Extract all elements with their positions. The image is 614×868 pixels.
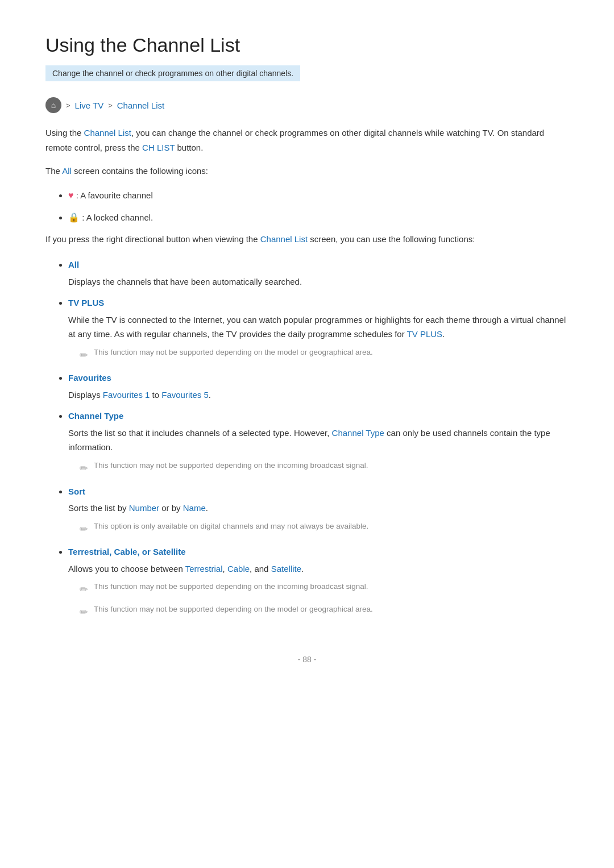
- page-title: Using the Channel List: [45, 34, 569, 56]
- satellite-title-link[interactable]: Satellite: [153, 547, 186, 556]
- cable-link[interactable]: Cable: [227, 564, 250, 574]
- terrestrial-note-text-1: This function may not be supported depen…: [94, 580, 368, 593]
- ch-list-link[interactable]: CH LIST: [142, 143, 175, 152]
- function-tv-plus-desc: While the TV is connected to the Interne…: [68, 313, 569, 342]
- function-channel-type-desc: Sorts the list so that it includes chann…: [68, 426, 569, 455]
- function-tv-plus-title: TV PLUS: [68, 298, 104, 308]
- terrestrial-note-2: ✏ This function may not be supported dep…: [80, 603, 569, 621]
- tv-plus-note-text-1: This function may not be supported depen…: [94, 346, 373, 359]
- function-channel-type-title: Channel Type: [68, 411, 123, 421]
- note-pencil-icon-4: ✏: [80, 581, 88, 599]
- chevron-icon-1: >: [66, 101, 70, 110]
- page-footer: - 88 -: [45, 655, 569, 681]
- terrestrial-note-1: ✏ This function may not be supported dep…: [80, 580, 569, 599]
- function-favourites: Favourites Displays Favourites 1 to Favo…: [68, 371, 569, 402]
- icons-list: ♥ : A favourite channel 🔒 : A locked cha…: [45, 188, 569, 225]
- number-link[interactable]: Number: [129, 503, 159, 513]
- function-all-title: All: [68, 260, 79, 269]
- function-terrestrial: Terrestrial, Cable, or Satellite Allows …: [68, 545, 569, 621]
- note-pencil-icon: ✏: [80, 347, 88, 364]
- note-pencil-icon-5: ✏: [80, 604, 88, 621]
- directional-intro: If you press the right directional butto…: [45, 232, 569, 247]
- breadcrumb: ⌂ > Live TV > Channel List: [45, 97, 569, 113]
- function-favourites-title: Favourites: [68, 373, 111, 383]
- terrestrial-link[interactable]: Terrestrial: [185, 564, 223, 574]
- favourite-channel-text: : A favourite channel: [76, 190, 153, 200]
- channel-type-note-1: ✏ This function may not be supported dep…: [80, 459, 569, 477]
- cable-title-link[interactable]: Cable: [114, 547, 138, 556]
- terrestrial-note-text-2: This function may not be supported depen…: [94, 603, 373, 616]
- page-container: Using the Channel List Change the channe…: [0, 0, 614, 868]
- channel-type-link[interactable]: Channel Type: [332, 428, 384, 438]
- home-icon[interactable]: ⌂: [45, 97, 61, 113]
- note-pencil-icon-2: ✏: [80, 460, 88, 477]
- intro-paragraph-2: The All screen contains the following ic…: [45, 164, 569, 178]
- favourites-5-link[interactable]: Favourites 5: [161, 390, 209, 400]
- intro-paragraph-1: Using the Channel List, you can change t…: [45, 126, 569, 155]
- favourites-1-link[interactable]: Favourites 1: [103, 390, 150, 400]
- all-link-intro[interactable]: All: [62, 166, 72, 176]
- terrestrial-title-link[interactable]: Terrestrial: [68, 547, 109, 556]
- satellite-link[interactable]: Satellite: [271, 564, 301, 574]
- channel-list-link-2[interactable]: Channel List: [260, 234, 308, 244]
- name-link[interactable]: Name: [183, 503, 206, 513]
- function-all: All Displays the channels that have been…: [68, 258, 569, 289]
- function-terrestrial-desc: Allows you to choose between Terrestrial…: [68, 562, 569, 576]
- function-sort-title: Sort: [68, 487, 85, 496]
- sort-note-1: ✏ This option is only available on digit…: [80, 520, 569, 538]
- list-item: 🔒 : A locked channel.: [68, 210, 569, 225]
- note-pencil-icon-3: ✏: [80, 521, 88, 538]
- highlight-text: Change the channel or check programmes o…: [52, 69, 293, 78]
- breadcrumb-live-tv[interactable]: Live TV: [75, 101, 104, 110]
- functions-list: All Displays the channels that have been…: [45, 258, 569, 621]
- channel-type-note-text-1: This function may not be supported depen…: [94, 459, 368, 472]
- locked-channel-text: : A locked channel.: [82, 213, 153, 222]
- tv-plus-link[interactable]: TV PLUS: [407, 329, 443, 339]
- function-sort: Sort Sorts the list by Number or by Name…: [68, 484, 569, 538]
- function-all-desc: Displays the channels that have been aut…: [68, 275, 569, 289]
- channel-list-link-1[interactable]: Channel List: [84, 128, 131, 138]
- tv-plus-note-1: ✏ This function may not be supported dep…: [80, 346, 569, 364]
- heart-icon: ♥: [68, 190, 74, 200]
- breadcrumb-channel-list[interactable]: Channel List: [117, 101, 164, 110]
- highlight-box: Change the channel or check programmes o…: [45, 65, 300, 81]
- function-terrestrial-title: Terrestrial, Cable, or Satellite: [68, 547, 186, 556]
- list-item: ♥ : A favourite channel: [68, 188, 569, 203]
- function-favourites-desc: Displays Favourites 1 to Favourites 5.: [68, 388, 569, 402]
- page-number: - 88 -: [298, 655, 317, 664]
- chevron-icon-2: >: [108, 101, 113, 110]
- function-sort-desc: Sorts the list by Number or by Name.: [68, 501, 569, 516]
- function-channel-type: Channel Type Sorts the list so that it i…: [68, 409, 569, 477]
- function-tv-plus: TV PLUS While the TV is connected to the…: [68, 296, 569, 364]
- sort-note-text-1: This option is only available on digital…: [94, 520, 368, 533]
- lock-icon: 🔒: [68, 213, 80, 222]
